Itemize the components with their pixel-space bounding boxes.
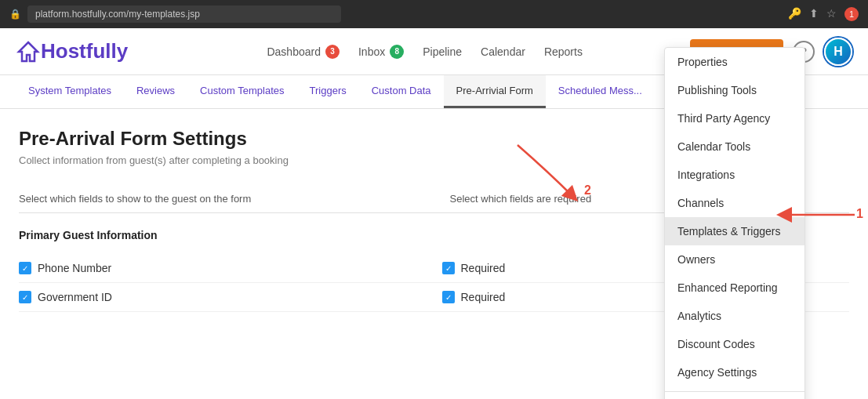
- dashboard-label: Dashboard: [267, 45, 321, 58]
- browser-icons: 🔑 ⬆ ☆ 1: [788, 7, 859, 21]
- tab-reviews[interactable]: Reviews: [124, 75, 187, 108]
- tab-pre-arrival-form[interactable]: Pre-Arrivial Form: [444, 75, 546, 108]
- star-icon: ☆: [826, 7, 837, 21]
- govid-label: Government ID: [38, 291, 112, 303]
- phone-checkbox[interactable]: ✓: [19, 262, 31, 274]
- menu-item-enhanced-reporting[interactable]: Enhanced Reporting: [665, 274, 804, 302]
- menu-item-calendar-tools[interactable]: Calendar Tools: [665, 132, 804, 161]
- menu-divider: [665, 391, 804, 392]
- menu-item-integrations[interactable]: Integrations: [665, 161, 804, 189]
- account-dropdown: Properties Publishing Tools Third Party …: [664, 47, 805, 399]
- tab-custom-data[interactable]: Custom Data: [359, 75, 444, 108]
- menu-item-owners[interactable]: Owners: [665, 245, 804, 274]
- menu-item-analytics[interactable]: Analytics: [665, 302, 804, 330]
- tab-system-templates[interactable]: System Templates: [16, 75, 124, 108]
- col1-header: Select which fields to show to the guest…: [19, 193, 419, 205]
- lock-icon: 🔒: [9, 9, 21, 20]
- url-bar[interactable]: platform.hostfully.com/my-templates.jsp: [27, 5, 341, 23]
- govid-required-checkbox[interactable]: ✓: [442, 291, 455, 303]
- avatar-button[interactable]: H: [824, 38, 852, 66]
- govid-required-label: Required: [461, 291, 506, 303]
- logo-area: Hostfully: [16, 39, 128, 64]
- nav-dashboard[interactable]: Dashboard 3: [267, 45, 340, 59]
- inbox-label: Inbox: [358, 45, 385, 58]
- menu-item-properties[interactable]: Properties: [665, 48, 804, 76]
- hostfully-logo-icon: [16, 39, 41, 64]
- phone-required-label: Required: [461, 262, 506, 274]
- tab-scheduled-messages[interactable]: Scheduled Mess...: [546, 75, 655, 108]
- nav-reports[interactable]: Reports: [544, 45, 583, 58]
- menu-item-third-party-agency[interactable]: Third Party Agency: [665, 104, 804, 132]
- tab-triggers[interactable]: Triggers: [297, 75, 359, 108]
- field-phone-name: ✓ Phone Number: [19, 262, 427, 274]
- govid-checkbox[interactable]: ✓: [19, 291, 31, 303]
- tab-custom-templates[interactable]: Custom Templates: [187, 75, 296, 108]
- inbox-badge: 8: [390, 45, 404, 59]
- menu-item-agency-settings[interactable]: Agency Settings: [665, 358, 804, 386]
- menu-item-templates-triggers[interactable]: Templates & Triggers: [665, 217, 804, 245]
- profile-icon: 1: [844, 7, 859, 21]
- upload-icon: ⬆: [809, 7, 819, 21]
- field-govid-name: ✓ Government ID: [19, 291, 427, 303]
- menu-item-discount-codes[interactable]: Discount Codes: [665, 330, 804, 358]
- calendar-label: Calendar: [481, 45, 525, 58]
- nav-pipeline[interactable]: Pipeline: [423, 45, 462, 58]
- logo-text[interactable]: Hostfully: [41, 39, 128, 63]
- svg-marker-0: [19, 42, 38, 61]
- phone-label: Phone Number: [38, 262, 111, 274]
- main-nav: Dashboard 3 Inbox 8 Pipeline Calendar Re…: [159, 45, 690, 59]
- menu-item-channels[interactable]: Channels: [665, 189, 804, 217]
- nav-inbox[interactable]: Inbox 8: [358, 45, 404, 59]
- nav-calendar[interactable]: Calendar: [481, 45, 525, 58]
- phone-required-checkbox[interactable]: ✓: [442, 262, 455, 274]
- dashboard-badge: 3: [325, 45, 340, 59]
- menu-item-publishing-tools[interactable]: Publishing Tools: [665, 76, 804, 104]
- browser-bar: 🔒 platform.hostfully.com/my-templates.js…: [0, 0, 868, 28]
- key-icon: 🔑: [788, 7, 801, 21]
- pipeline-label: Pipeline: [423, 45, 462, 58]
- reports-label: Reports: [544, 45, 583, 58]
